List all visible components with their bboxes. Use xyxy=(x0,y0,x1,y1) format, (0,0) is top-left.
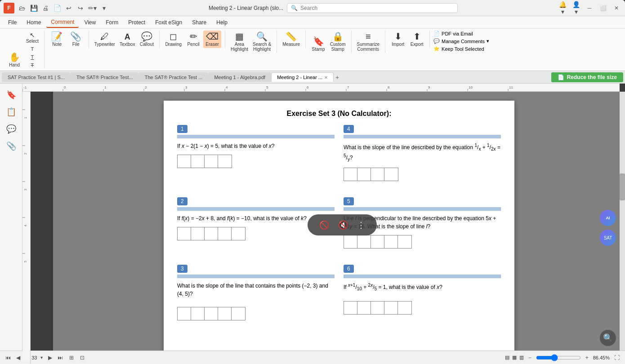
menu-protect[interactable]: Protect xyxy=(124,18,150,27)
note-tool[interactable]: 📝 Note xyxy=(48,31,66,48)
zoom-out-button[interactable]: − xyxy=(527,354,533,362)
text-underline[interactable]: T xyxy=(24,53,40,61)
menu-home[interactable]: Home xyxy=(22,18,45,27)
tab-sat2[interactable]: The SAT® Practice Test... xyxy=(71,72,139,82)
search-highlight-tool[interactable]: 🔍 Search &Highlight xyxy=(251,31,273,53)
cell-5-2 xyxy=(357,235,371,248)
manage-comments-action[interactable]: 💬 Manage Comments ▾ xyxy=(433,38,489,44)
new-button[interactable]: 📄 xyxy=(52,3,62,13)
search-input[interactable] xyxy=(300,5,454,11)
tab-algebra[interactable]: Meeting 1 - Algebra.pdf xyxy=(208,72,271,82)
tab-sat1[interactable]: SAT Practice Test #1 | S... xyxy=(2,72,71,82)
answer-box-5 xyxy=(344,235,412,249)
view-icon-single[interactable]: ▤ xyxy=(505,355,509,360)
title-bar-icons: 🗁 💾 🖨 📄 ↩ ↪ ✏▾ ▾ xyxy=(17,3,109,13)
nav-down-button[interactable]: ▾ xyxy=(99,3,109,13)
hand-tool[interactable]: ✋ Hand xyxy=(5,51,23,69)
maximize-button[interactable]: ⬜ xyxy=(598,3,608,13)
page-dropdown-button[interactable]: ▾ xyxy=(39,354,45,361)
cell-2-3 xyxy=(205,227,218,240)
reduce-file-banner[interactable]: 📄 Reduce the file size xyxy=(551,72,623,82)
tab-add-button[interactable]: + xyxy=(335,74,339,81)
menu-comment[interactable]: Comment xyxy=(46,17,79,28)
cell-4-2 xyxy=(357,168,371,181)
import-tool[interactable]: ⬇ Import xyxy=(389,31,407,48)
account-button[interactable]: 👤▾ xyxy=(571,3,581,13)
custom-stamp-tool[interactable]: 🔒 CustomStamp xyxy=(328,31,347,53)
textbox-tool[interactable]: A Textbox xyxy=(118,31,137,48)
mute-button[interactable]: 🚫 xyxy=(315,218,334,232)
app-logo: F xyxy=(4,3,14,13)
thumbnail-view-button[interactable]: ⊞ xyxy=(67,354,76,362)
measure-tool[interactable]: 📏 Measure xyxy=(281,31,302,48)
fullscreen-button[interactable]: ⛶ xyxy=(612,354,621,362)
menu-file[interactable]: File xyxy=(4,18,21,27)
zoom-slider[interactable] xyxy=(536,354,581,361)
view-icon-dual[interactable]: ▦ xyxy=(512,355,517,360)
drawing-icon: ◻ xyxy=(170,32,177,41)
stamp-tool[interactable]: 🔖 Stamp xyxy=(309,36,327,53)
menu-help[interactable]: Help xyxy=(212,18,232,27)
undo-button[interactable]: ↩ xyxy=(64,3,74,13)
search-bar[interactable]: 🔍 xyxy=(287,3,458,13)
tab-linear[interactable]: Meeting 2 - Linear ... ✕ xyxy=(271,72,334,82)
pdf-email-action[interactable]: 📄 PDF via Email xyxy=(433,31,489,36)
edit-button[interactable]: ✏▾ xyxy=(87,3,97,13)
sidebar-comment-icon[interactable]: 💬 xyxy=(4,122,18,136)
last-page-button[interactable]: ⏭ xyxy=(56,354,65,362)
prev-page-button[interactable]: ◀ xyxy=(14,354,22,362)
view-icon-scroll[interactable]: ▥ xyxy=(519,355,524,360)
menu-share[interactable]: Share xyxy=(188,18,211,27)
next-page-button[interactable]: ▶ xyxy=(46,354,54,362)
open-button[interactable]: 🗁 xyxy=(17,3,27,13)
sidebar-page-icon[interactable]: 📋 xyxy=(4,105,18,119)
svg-text:4: 4 xyxy=(226,85,228,89)
zoom-in-button[interactable]: + xyxy=(584,354,590,362)
scrollbar-thumb[interactable] xyxy=(620,173,625,200)
sound-button[interactable]: 🔇 xyxy=(334,218,353,232)
stamp-tools: 🔖 Stamp 🔒 CustomStamp xyxy=(309,31,347,53)
menu-foxit-esign[interactable]: Foxit eSign xyxy=(151,18,187,27)
sound-icon: 🔇 xyxy=(338,221,348,230)
tab-sat3-label: The SAT® Practice Test ... xyxy=(145,75,203,80)
pdf-page: Exercise Set 3 (No Calculator): 1 If x −… xyxy=(164,101,514,355)
fit-page-button[interactable]: ⊡ xyxy=(78,354,86,362)
eraser-tool[interactable]: ⌫ Eraser xyxy=(203,31,221,48)
zoom-button[interactable]: 🔍 xyxy=(600,330,616,346)
print-button[interactable]: 🖨 xyxy=(40,3,50,13)
tab-close-icon[interactable]: ✕ xyxy=(324,75,328,80)
sidebar-bookmark-icon[interactable]: 🔖 xyxy=(4,88,18,102)
text-strikeout[interactable]: T xyxy=(24,62,40,69)
summarize-tool[interactable]: ≡ SummarizeComments xyxy=(355,31,382,53)
pencil-tool[interactable]: ✏ Pencil xyxy=(184,31,202,48)
select-tool[interactable]: ↖ Select xyxy=(24,31,40,44)
tab-sat3[interactable]: The SAT® Practice Test ... xyxy=(139,72,209,82)
menu-form[interactable]: Form xyxy=(101,18,123,27)
sidebar-attachment-icon[interactable]: 📎 xyxy=(4,139,18,153)
text-select[interactable]: T xyxy=(24,45,40,53)
summarize-tools: ≡ SummarizeComments xyxy=(355,31,382,53)
page-title: Exercise Set 3 (No Calculator): xyxy=(177,110,501,118)
close-button[interactable]: ✕ xyxy=(612,3,621,13)
redo-button[interactable]: ↪ xyxy=(76,3,85,13)
second-float-btn[interactable]: SAT xyxy=(600,230,616,246)
more-button[interactable]: ⋮ xyxy=(353,218,370,232)
save-button[interactable]: 💾 xyxy=(29,3,39,13)
minimize-button[interactable]: ─ xyxy=(585,3,594,13)
drawing-tool[interactable]: ◻ Drawing xyxy=(163,31,183,48)
area-highlight-tool[interactable]: ▦ AreaHighlight xyxy=(229,31,250,53)
problem-num-5: 5 xyxy=(344,197,354,205)
first-page-button[interactable]: ⏮ xyxy=(4,354,13,362)
ribbon-group-summarize: ≡ SummarizeComments xyxy=(353,31,386,53)
export-tool[interactable]: ⬆ Export xyxy=(408,31,426,48)
foxit-ai-float-btn[interactable]: AI xyxy=(600,210,616,226)
file-tool[interactable]: 📎 File xyxy=(67,31,85,48)
callout-tool[interactable]: 💬 Callout xyxy=(138,31,156,48)
typewriter-tool[interactable]: 🖊 Typewriter xyxy=(93,31,117,48)
title-bar-left: F 🗁 💾 🖨 📄 ↩ ↪ ✏▾ ▾ xyxy=(4,3,109,13)
reduce-file-label: Reduce the file size xyxy=(567,74,617,80)
vertical-scrollbar[interactable] xyxy=(620,92,625,364)
menu-view[interactable]: View xyxy=(80,18,100,27)
keep-tool-action[interactable]: ⭐ Keep Tool Selected xyxy=(433,46,489,52)
notification-button[interactable]: 🔔▾ xyxy=(558,3,567,13)
